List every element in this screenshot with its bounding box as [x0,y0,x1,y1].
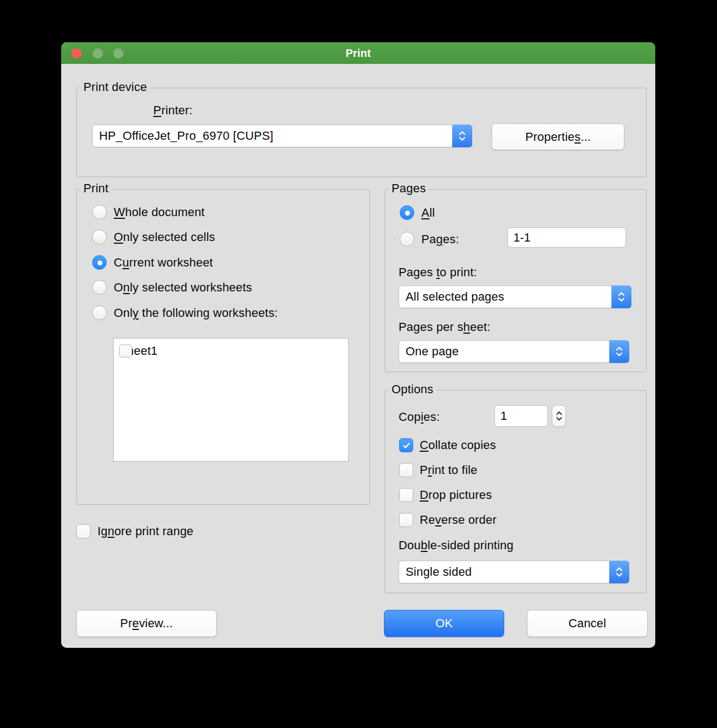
copies-label: Copies: [399,410,440,424]
pages-to-print-select[interactable]: All selected pages [399,285,631,308]
ok-button-label: OK [435,616,453,630]
cancel-button-label: Cancel [569,616,607,630]
radio-dot [405,211,410,216]
pages-range-input[interactable] [507,227,626,248]
pages-to-print-value: All selected pages [406,286,504,308]
worksheet-list-item[interactable]: Sheet1 [119,344,158,358]
radio-only-selected-worksheets[interactable] [92,280,107,295]
preview-button[interactable]: Preview... [76,610,217,637]
print-dialog: Print Print device Printer: HP_OfficeJet… [61,42,655,648]
ignore-print-range-label[interactable]: Ignore print range [97,524,193,538]
radio-only-following-worksheets[interactable] [92,306,107,320]
double-sided-value: Single sided [406,561,472,583]
radio-current-worksheet-label[interactable]: Current worksheet [114,256,213,270]
select-spinner-icon [611,285,631,308]
double-sided-select[interactable]: Single sided [399,561,629,583]
select-spinner-icon [452,125,472,147]
drop-pictures-label[interactable]: Drop pictures [420,488,492,502]
radio-all-pages[interactable] [400,205,414,220]
worksheet-list[interactable]: Sheet1 [113,338,349,461]
print-to-file-checkbox[interactable] [399,463,413,477]
pages-to-print-label: Pages to print: [399,265,477,280]
radio-pages-range[interactable] [400,232,414,246]
radio-whole-document[interactable] [92,205,107,219]
pages-per-sheet-select[interactable]: One page [399,340,629,363]
properties-button[interactable]: Properties... [492,123,624,150]
radio-pages-range-label[interactable]: Pages: [421,232,459,246]
select-spinner-icon [609,561,629,583]
select-spinner-icon [609,340,629,363]
reverse-order-checkbox[interactable] [399,513,413,527]
collate-copies-label[interactable]: Collate copies [420,438,496,452]
pages-per-sheet-label: Pages per sheet: [399,320,491,334]
radio-current-worksheet[interactable] [92,255,107,270]
ok-button[interactable]: OK [384,610,504,637]
stepper-chevrons-icon [555,409,563,423]
window-title: Print [61,42,655,64]
radio-dot [97,261,102,265]
radio-only-selected-worksheets-label[interactable]: Only selected worksheets [114,281,252,295]
collate-copies-checkbox[interactable] [399,438,413,452]
print-to-file-label[interactable]: Print to file [420,463,478,477]
print-device-legend: Print device [80,80,150,94]
pages-group-legend: Pages [388,181,429,196]
copies-stepper[interactable] [552,405,566,427]
reverse-order-label[interactable]: Reverse order [420,513,497,527]
printer-label: Printer: [153,103,193,118]
pages-per-sheet-value: One page [406,341,459,362]
print-group-legend: Print [80,181,112,196]
ignore-print-range-checkbox[interactable] [76,524,90,538]
radio-only-following-worksheets-label[interactable]: Only the following worksheets: [114,306,278,320]
preview-button-label: Preview... [120,616,173,630]
window-titlebar[interactable]: Print [61,42,655,64]
printer-select[interactable]: HP_OfficeJet_Pro_6970 [CUPS] [92,125,472,147]
drop-pictures-checkbox[interactable] [399,488,413,502]
radio-whole-document-label[interactable]: Whole document [114,205,205,219]
radio-only-selected-cells[interactable] [92,230,107,244]
sheet1-checkbox[interactable] [119,344,132,358]
properties-button-label: Properties... [525,130,591,144]
double-sided-label: Double-sided printing [399,538,513,552]
cancel-button[interactable]: Cancel [527,610,648,637]
radio-all-pages-label[interactable]: All [421,206,435,220]
printer-select-value: HP_OfficeJet_Pro_6970 [CUPS] [99,125,273,147]
copies-input[interactable] [494,405,548,427]
options-group-legend: Options [388,382,436,396]
checkmark-icon [402,441,411,450]
radio-only-selected-cells-label[interactable]: Only selected cells [114,230,215,244]
